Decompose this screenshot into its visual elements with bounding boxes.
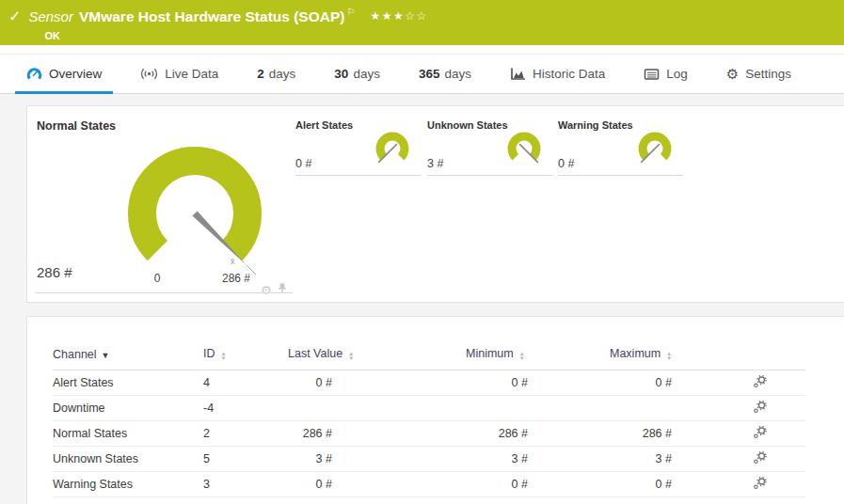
tab-bar: Overview Live Data 2 days 30 days 365 da… — [0, 54, 844, 94]
mini-gauge-alert-states: Alert States 0 # — [295, 114, 421, 176]
tab-log[interactable]: Log — [644, 55, 688, 93]
sort-icon: ▲▼ — [348, 352, 354, 361]
channel-settings-icon[interactable] — [753, 401, 767, 417]
channel-last-value: 3 # — [288, 447, 466, 472]
channel-minimum: 0 # — [466, 370, 610, 396]
tab-value: 2 — [257, 67, 264, 81]
mini-gauge-value: 3 # — [427, 157, 443, 170]
sensor-type-label: Sensor — [28, 8, 73, 26]
sensor-status-header: ✓ Sensor VMware Host Hardware Status (SO… — [0, 0, 844, 45]
tab-live-data[interactable]: Live Data — [140, 55, 218, 93]
pushpin-icon[interactable] — [277, 281, 288, 298]
stars-filled: ★★★ — [370, 9, 405, 23]
mini-gauge — [632, 126, 677, 175]
tab-30-days[interactable]: 30 days — [334, 55, 380, 93]
channel-name: Alert States — [53, 370, 203, 396]
tab-label: Log — [666, 67, 688, 81]
tab-settings[interactable]: ⚙ Settings — [726, 55, 791, 93]
stars-empty: ☆☆ — [405, 9, 428, 23]
live-data-icon — [140, 67, 158, 81]
channel-last-value: 0 # — [288, 472, 466, 497]
channel-id: 2 — [203, 421, 288, 447]
channel-id: 4 — [203, 370, 288, 396]
table-row: Warning States 3 0 # 0 # 0 # — [53, 472, 805, 497]
tab-2-days[interactable]: 2 days — [257, 55, 295, 93]
check-icon: ✓ — [8, 8, 21, 26]
channel-settings-icon[interactable] — [753, 426, 767, 442]
channel-minimum: 0 # — [466, 472, 610, 497]
table-row: Alert States 4 0 # 0 # 0 # — [53, 370, 805, 396]
sensor-title: VMware Host Hardware Status (SOAP) — [79, 8, 345, 26]
priority-star-rating[interactable]: ★★★☆☆ — [370, 8, 427, 24]
col-header-minimum[interactable]: Minimum▲▼ — [466, 347, 610, 370]
gauge-scale-min: 0 — [154, 272, 161, 285]
channel-settings-icon[interactable] — [753, 477, 767, 493]
content-area: Normal States 0 286 # x̄ 286 # ⚙ — [0, 94, 844, 504]
channel-last-value: 0 # — [288, 370, 466, 396]
mini-gauge-warning-states: Warning States 0 # — [558, 114, 683, 176]
mini-gauge-unknown-states: Unknown States 3 # — [427, 114, 552, 176]
channel-settings-icon[interactable] — [753, 451, 767, 467]
table-row: Unknown States 5 3 # 3 # 3 # — [53, 447, 805, 472]
channel-settings-icon[interactable] — [753, 375, 767, 391]
tab-label: Historic Data — [533, 67, 605, 81]
col-header-edit — [749, 347, 805, 370]
channel-minimum — [466, 396, 610, 421]
col-header-label: Maximum — [610, 347, 661, 360]
primary-gauge: 0 286 # x̄ — [121, 140, 268, 287]
primary-gauge-value: 286 # — [37, 264, 72, 280]
mini-gauge-title: Alert States — [295, 119, 353, 131]
tab-label: days — [444, 67, 471, 81]
table-header-row: Channel▼ ID▲▼ Last Value▲▼ Minimum▲▼ Max… — [53, 347, 805, 370]
gauges-panel: Normal States 0 286 # x̄ 286 # ⚙ — [26, 105, 844, 303]
tab-value: 30 — [334, 67, 348, 81]
gear-icon[interactable]: ⚙ — [261, 284, 272, 296]
gauge-average-marker: x̄ — [231, 257, 235, 266]
table-row: Normal States 2 286 # 286 # 286 # — [53, 421, 805, 447]
col-header-channel[interactable]: Channel▼ — [53, 347, 203, 370]
sort-icon: ▲▼ — [519, 352, 525, 361]
channel-id: 3 — [203, 472, 288, 497]
gauge-icon — [26, 67, 42, 82]
sort-desc-icon: ▼ — [102, 351, 110, 360]
mini-gauge-title: Unknown States — [427, 119, 508, 131]
flag-icon[interactable]: ⚐ — [346, 8, 355, 17]
log-icon — [644, 68, 660, 81]
table-row: Downtime -4 — [53, 396, 805, 421]
gauge-scale-max: 286 # — [222, 272, 250, 285]
channel-id: -4 — [203, 396, 288, 421]
channel-maximum: 286 # — [610, 421, 749, 447]
tab-label: Live Data — [165, 67, 218, 81]
gauge-arc — [121, 140, 268, 287]
mini-gauge-value: 0 # — [558, 157, 574, 170]
divider — [35, 292, 293, 293]
channel-maximum: 0 # — [610, 370, 749, 396]
col-header-label: Channel — [53, 348, 97, 361]
channel-name: Downtime — [53, 396, 203, 421]
col-header-id[interactable]: ID▲▼ — [203, 347, 288, 370]
tab-365-days[interactable]: 365 days — [419, 55, 471, 93]
tab-label: Overview — [49, 67, 102, 81]
col-header-maximum[interactable]: Maximum▲▼ — [610, 347, 749, 370]
channel-id: 5 — [203, 447, 288, 472]
sort-icon: ▲▼ — [666, 352, 672, 361]
mini-gauge-value: 0 # — [295, 157, 311, 170]
tab-label: days — [269, 67, 296, 81]
channel-name: Unknown States — [53, 447, 203, 472]
tab-bar-wrap: Overview Live Data 2 days 30 days 365 da… — [0, 45, 844, 94]
mini-gauge — [502, 126, 547, 175]
tab-overview[interactable]: Overview — [26, 55, 102, 93]
tab-historic-data[interactable]: Historic Data — [510, 55, 605, 93]
channels-table: Channel▼ ID▲▼ Last Value▲▼ Minimum▲▼ Max… — [53, 347, 805, 497]
primary-gauge-title: Normal States — [37, 119, 116, 133]
channel-maximum: 0 # — [610, 472, 749, 497]
channel-last-value — [288, 396, 466, 421]
sort-icon: ▲▼ — [221, 352, 227, 361]
channel-minimum: 3 # — [466, 447, 610, 472]
channel-name: Normal States — [53, 421, 203, 447]
col-header-last-value[interactable]: Last Value▲▼ — [288, 347, 466, 370]
status-badge: OK — [44, 30, 835, 41]
channel-maximum: 3 # — [610, 447, 749, 472]
col-header-label: ID — [203, 347, 215, 360]
channels-panel: Channel▼ ID▲▼ Last Value▲▼ Minimum▲▼ Max… — [26, 316, 844, 504]
